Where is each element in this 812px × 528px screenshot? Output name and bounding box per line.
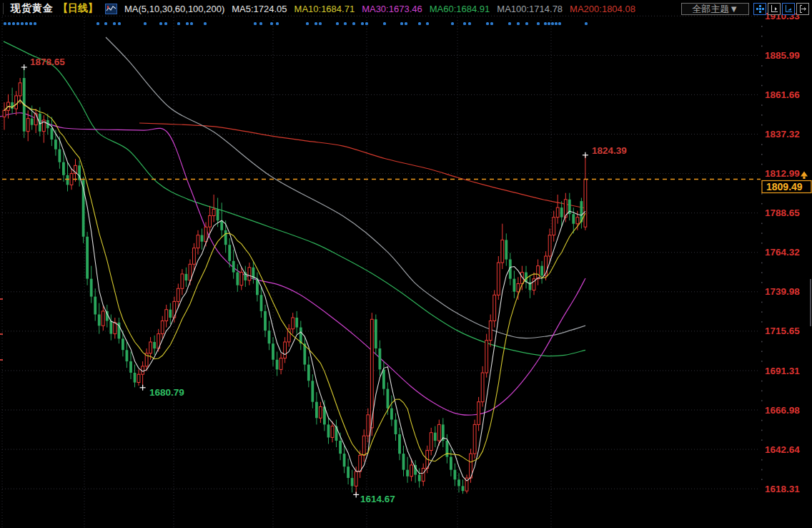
svg-text:1824.39: 1824.39 — [592, 145, 627, 156]
axis-scale-icon[interactable] — [768, 3, 781, 15]
ma60-value: MA60:1684.91 — [430, 4, 490, 14]
all-themes-dropdown[interactable]: 全部主题▼ — [681, 3, 749, 15]
move-grid-icon[interactable] — [753, 3, 766, 15]
svg-text:1680.79: 1680.79 — [149, 387, 184, 398]
toolbar: 现货黄金 【日线】 MA(5,10,30,60,100,200) MA5:172… — [0, 0, 812, 17]
ma-settings-label: MA(5,10,30,60,100,200) — [124, 4, 224, 14]
svg-text:1878.65: 1878.65 — [30, 57, 65, 67]
symbol-name: 现货黄金 — [11, 2, 54, 15]
ma10-value: MA10:1684.71 — [294, 4, 355, 14]
svg-text:1614.67: 1614.67 — [360, 494, 395, 504]
ma5-value: MA5:1724.05 — [232, 4, 287, 14]
toolbar-divider — [3, 3, 4, 14]
auto-scale-icon[interactable] — [782, 3, 795, 15]
toolbar-right-group: 全部主题▼ — [681, 3, 811, 15]
period-label: 【日线】 — [58, 2, 98, 15]
trading-chart-window: 1910.331885.991861.661837.321812.991788.… — [0, 0, 812, 528]
exit-right-icon[interactable] — [796, 3, 809, 15]
ma200-value: MA200:1804.08 — [570, 4, 635, 14]
ma30-value: MA30:1673.46 — [362, 4, 422, 14]
candlestick-mini-icon — [105, 4, 117, 14]
price-axis[interactable] — [761, 17, 812, 528]
ma100-value: MA100:1714.78 — [497, 4, 563, 14]
